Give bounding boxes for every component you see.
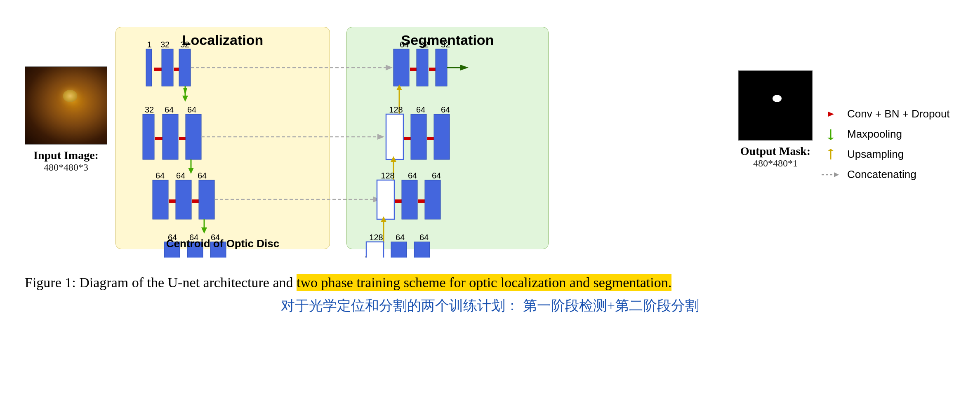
svg-text:128: 128 bbox=[381, 171, 394, 180]
svg-marker-30 bbox=[201, 227, 207, 234]
network-svg: 1 32 32 32 64 64 bbox=[115, 14, 734, 258]
svg-rect-55 bbox=[393, 49, 409, 86]
legend-label-conv: Conv + BN + Dropout bbox=[847, 108, 950, 120]
legend-label-upsample: Upsampling bbox=[847, 148, 904, 161]
legend-item-maxpool: Maxpooling bbox=[821, 128, 950, 141]
svg-marker-45 bbox=[386, 65, 393, 70]
svg-rect-67 bbox=[411, 114, 426, 159]
svg-rect-75 bbox=[377, 180, 394, 219]
input-image-section: Input Image: 480*480*3 bbox=[25, 66, 107, 173]
svg-rect-57 bbox=[417, 49, 428, 86]
svg-marker-92 bbox=[822, 112, 834, 117]
svg-text:64: 64 bbox=[176, 171, 185, 180]
main-container: Input Image: 480*480*3 Localization Segm… bbox=[0, 0, 980, 328]
svg-rect-87 bbox=[391, 242, 407, 258]
svg-rect-77 bbox=[402, 180, 417, 219]
svg-rect-69 bbox=[434, 114, 450, 159]
svg-marker-47 bbox=[377, 134, 384, 140]
diagram-area: Input Image: 480*480*3 Localization Segm… bbox=[25, 12, 955, 260]
svg-text:128: 128 bbox=[389, 105, 403, 114]
output-image-label: Output Mask: bbox=[740, 145, 810, 158]
svg-text:32: 32 bbox=[180, 40, 189, 49]
svg-rect-18 bbox=[186, 114, 201, 159]
retina-image bbox=[25, 66, 107, 145]
svg-rect-3 bbox=[146, 49, 152, 86]
svg-text:64: 64 bbox=[396, 233, 405, 242]
svg-marker-98 bbox=[834, 172, 839, 177]
svg-text:64: 64 bbox=[419, 233, 429, 242]
legend-label-maxpool: Maxpooling bbox=[847, 128, 902, 141]
input-image-label: Input Image: bbox=[33, 149, 99, 162]
centroid-label: Centroid of Optic Disc bbox=[140, 237, 305, 250]
svg-marker-94 bbox=[827, 138, 834, 140]
figure-caption: Figure 1: Diagram of the U-net architect… bbox=[25, 272, 932, 293]
svg-rect-24 bbox=[153, 180, 168, 219]
output-image bbox=[738, 70, 813, 141]
svg-text:128: 128 bbox=[369, 233, 383, 242]
svg-text:64: 64 bbox=[432, 171, 441, 180]
svg-rect-7 bbox=[179, 49, 191, 86]
legend-item-concat: Concatenating bbox=[821, 168, 950, 181]
input-image-size: 480*480*3 bbox=[44, 162, 88, 173]
svg-text:64: 64 bbox=[400, 40, 409, 49]
svg-text:64: 64 bbox=[165, 105, 174, 114]
svg-rect-85 bbox=[366, 242, 384, 258]
svg-text:32: 32 bbox=[145, 105, 154, 114]
svg-rect-79 bbox=[425, 180, 441, 219]
svg-text:64: 64 bbox=[155, 171, 165, 180]
legend-area: Conv + BN + Dropout Maxpooling Upsamplin… bbox=[821, 108, 950, 181]
caption-prefix: Figure 1: Diagram of the U-net architect… bbox=[25, 275, 297, 290]
svg-rect-59 bbox=[436, 49, 447, 86]
svg-rect-65 bbox=[386, 114, 403, 159]
legend-item-conv: Conv + BN + Dropout bbox=[821, 108, 950, 120]
svg-marker-10 bbox=[182, 96, 188, 102]
svg-text:32: 32 bbox=[160, 40, 170, 49]
svg-rect-26 bbox=[176, 180, 191, 219]
svg-marker-96 bbox=[827, 149, 834, 151]
svg-rect-5 bbox=[162, 49, 173, 86]
svg-text:1: 1 bbox=[147, 40, 151, 49]
svg-rect-89 bbox=[414, 242, 430, 258]
legend-label-concat: Concatenating bbox=[847, 168, 916, 181]
svg-rect-14 bbox=[143, 114, 154, 159]
caption-highlighted: two phase training scheme for optic loca… bbox=[297, 274, 671, 291]
svg-rect-16 bbox=[163, 114, 178, 159]
svg-text:64: 64 bbox=[187, 105, 196, 114]
legend-item-upsample: Upsampling bbox=[821, 148, 950, 161]
svg-text:64: 64 bbox=[408, 171, 417, 180]
svg-marker-91 bbox=[460, 65, 469, 70]
svg-text:64: 64 bbox=[441, 105, 450, 114]
svg-text:32: 32 bbox=[441, 40, 450, 49]
svg-text:64: 64 bbox=[198, 171, 207, 180]
svg-marker-20 bbox=[188, 168, 194, 174]
output-image-section: Output Mask: 480*480*1 bbox=[738, 70, 813, 169]
svg-rect-28 bbox=[199, 180, 214, 219]
network-diagram: Localization Segmentation 1 32 32 bbox=[115, 14, 734, 258]
svg-text:64: 64 bbox=[416, 105, 425, 114]
svg-text:32: 32 bbox=[419, 40, 429, 49]
chinese-caption: 对于光学定位和分割的两个训练计划： 第一阶段检测+第二阶段分割 bbox=[25, 296, 955, 315]
output-image-size: 480*480*1 bbox=[753, 158, 798, 169]
